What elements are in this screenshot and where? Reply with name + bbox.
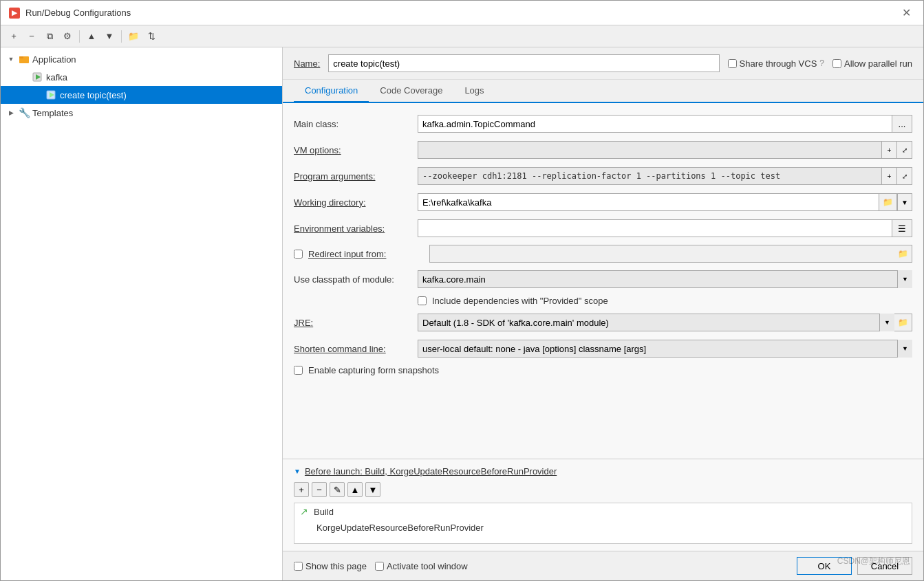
- before-launch-section: ▼ Before launch: Build, KorgeUpdateResou…: [283, 459, 923, 551]
- remove-config-button[interactable]: −: [24, 29, 39, 44]
- bottom-bar-left: Show this page Activate tool window: [294, 561, 468, 571]
- before-launch-header: ▼ Before launch: Build, KorgeUpdateResou…: [294, 466, 912, 476]
- redirect-row: Redirect input from: 📁: [294, 245, 912, 263]
- program-args-input[interactable]: [418, 167, 882, 185]
- working-dir-dropdown-button[interactable]: ▼: [897, 193, 912, 211]
- move-down-button[interactable]: ▼: [102, 29, 117, 44]
- env-vars-input[interactable]: [418, 219, 892, 237]
- vm-options-expand-button[interactable]: +: [882, 141, 897, 159]
- show-page-checkbox[interactable]: [294, 562, 303, 571]
- form-content: Main class: ... VM options: + ⤢: [283, 103, 923, 459]
- build-icon: ↗: [300, 506, 308, 517]
- program-args-fullscreen-button[interactable]: ⤢: [897, 167, 912, 185]
- working-dir-input[interactable]: [418, 193, 879, 211]
- tree-item-application[interactable]: Application: [1, 50, 282, 68]
- main-class-input-group: ...: [418, 115, 912, 133]
- working-dir-browse-button[interactable]: 📁: [879, 193, 897, 211]
- before-launch-add-button[interactable]: +: [294, 482, 309, 497]
- settings-button[interactable]: ⚙: [60, 29, 75, 44]
- vm-options-input[interactable]: [418, 141, 882, 159]
- enable-snapshots-checkbox[interactable]: [294, 366, 303, 375]
- jre-select[interactable]: Default (1.8 - SDK of 'kafka.core.main' …: [418, 314, 894, 331]
- bottom-bar-right: OK Cancel: [797, 557, 912, 575]
- env-vars-browse-button[interactable]: ☰: [892, 219, 912, 237]
- sort-button[interactable]: ⇅: [144, 29, 159, 44]
- folder-button[interactable]: 📁: [126, 29, 141, 44]
- vm-options-input-group: + ⤢: [418, 141, 912, 159]
- main-class-input[interactable]: [418, 115, 892, 133]
- program-args-expand-button[interactable]: +: [882, 167, 897, 185]
- run-debug-dialog: ▶ Run/Debug Configurations ✕ + − ⧉ ⚙ ▲ ▼…: [0, 0, 924, 581]
- tree-item-kafka[interactable]: kafka: [1, 68, 282, 86]
- activate-window-checkbox[interactable]: [375, 562, 384, 571]
- before-launch-list: ↗ Build KorgeUpdateResourceBeforeRunProv…: [294, 503, 912, 544]
- kafka-run-icon: [32, 72, 43, 83]
- jre-browse-button[interactable]: 📁: [894, 314, 912, 331]
- tab-configuration[interactable]: Configuration: [294, 80, 369, 103]
- templates-label: Templates: [32, 108, 73, 118]
- redirect-input[interactable]: [429, 245, 894, 263]
- expand-templates-icon[interactable]: [6, 108, 16, 118]
- close-button[interactable]: ✕: [898, 5, 915, 21]
- copy-config-button[interactable]: ⧉: [42, 29, 57, 44]
- before-launch-up-button[interactable]: ▲: [347, 482, 363, 497]
- shorten-cmd-select[interactable]: user-local default: none - java [options…: [418, 340, 912, 358]
- show-page-label: Show this page: [305, 561, 367, 571]
- main-content: Application kafka: [1, 47, 923, 580]
- program-args-input-group: + ⤢: [418, 167, 912, 185]
- main-class-browse-button[interactable]: ...: [892, 115, 912, 133]
- program-args-label: Program arguments:: [294, 171, 418, 182]
- allow-parallel-checkbox[interactable]: [832, 59, 841, 68]
- classpath-select[interactable]: kafka.core.main: [418, 270, 912, 288]
- ok-button[interactable]: OK: [797, 557, 852, 575]
- tab-code-coverage[interactable]: Code Coverage: [369, 80, 453, 103]
- jre-select-wrapper: Default (1.8 - SDK of 'kafka.core.main' …: [418, 314, 894, 331]
- classpath-select-wrapper: kafka.core.main ▼: [418, 270, 912, 288]
- vm-options-label: VM options:: [294, 145, 418, 155]
- toolbar: + − ⧉ ⚙ ▲ ▼ 📁 ⇅: [1, 25, 923, 47]
- before-launch-toggle-icon[interactable]: ▼: [294, 468, 301, 475]
- share-vcs-checkbox[interactable]: [728, 59, 737, 68]
- before-launch-item-korge[interactable]: KorgeUpdateResourceBeforeRunProvider: [294, 520, 912, 536]
- kafka-label: kafka: [46, 72, 67, 83]
- jre-row: JRE: Default (1.8 - SDK of 'kafka.core.m…: [294, 313, 912, 332]
- share-vcs-group: Share through VCS ?: [728, 58, 824, 69]
- activate-window-group: Activate tool window: [375, 561, 468, 571]
- move-up-button[interactable]: ▲: [84, 29, 99, 44]
- jre-label: JRE:: [294, 318, 418, 328]
- before-launch-remove-button[interactable]: −: [312, 482, 327, 497]
- before-launch-toolbar: + − ✎ ▲ ▼: [294, 482, 912, 497]
- shorten-cmd-label: Shorten command line:: [294, 344, 418, 354]
- allow-parallel-label: Allow parallel run: [844, 58, 912, 69]
- include-deps-checkbox[interactable]: [418, 296, 427, 305]
- title-bar-left: ▶ Run/Debug Configurations: [9, 8, 131, 19]
- redirect-label: Redirect input from:: [308, 249, 424, 259]
- env-vars-input-group: ☰: [418, 219, 912, 237]
- app-icon: ▶: [9, 8, 20, 19]
- create-topic-run-icon: [46, 89, 57, 100]
- vm-options-row: VM options: + ⤢: [294, 140, 912, 160]
- share-vcs-label: Share through VCS: [740, 58, 817, 69]
- redirect-checkbox[interactable]: [294, 250, 303, 259]
- expand-application-icon[interactable]: [6, 54, 16, 64]
- env-vars-row: Environment variables: ☰: [294, 219, 912, 238]
- tree-item-templates[interactable]: 🔧 Templates: [1, 104, 282, 122]
- working-dir-label: Working directory:: [294, 197, 418, 208]
- name-input[interactable]: [328, 54, 719, 72]
- config-tree: Application kafka: [1, 47, 283, 580]
- vm-options-fullscreen-button[interactable]: ⤢: [897, 141, 912, 159]
- redirect-browse-button[interactable]: 📁: [894, 245, 912, 263]
- before-launch-item-build[interactable]: ↗ Build: [294, 503, 912, 520]
- header-options: Share through VCS ? Allow parallel run: [728, 58, 912, 69]
- name-row: Name: Share through VCS ? Allow parallel…: [283, 47, 923, 80]
- add-config-button[interactable]: +: [6, 29, 21, 44]
- show-page-group: Show this page: [294, 561, 367, 571]
- before-launch-down-button[interactable]: ▼: [365, 482, 380, 497]
- tree-item-create-topic[interactable]: create topic(test): [1, 86, 282, 104]
- classpath-input-group: kafka.core.main ▼: [418, 270, 912, 288]
- tab-logs[interactable]: Logs: [453, 80, 495, 103]
- activate-window-label: Activate tool window: [387, 561, 468, 571]
- before-launch-edit-button[interactable]: ✎: [330, 482, 345, 497]
- main-class-label: Main class:: [294, 119, 418, 129]
- cancel-button[interactable]: Cancel: [857, 557, 912, 575]
